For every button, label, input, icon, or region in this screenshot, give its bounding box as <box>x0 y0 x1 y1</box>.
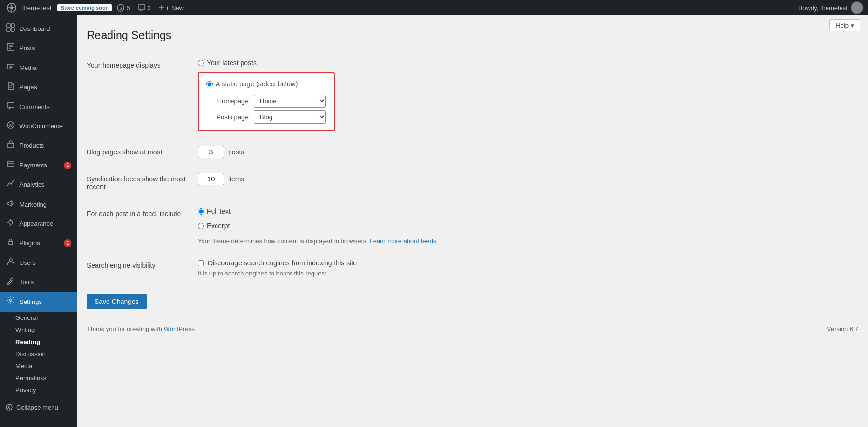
sidebar-item-tools[interactable]: Tools <box>0 273 77 292</box>
submenu-media[interactable]: Media <box>0 360 77 372</box>
sidebar-item-appearance[interactable]: Appearance <box>0 214 77 234</box>
admin-bar: theme test Store coming soon 6 6 0 + New… <box>0 0 868 15</box>
admin-menu: Dashboard Posts Media <box>0 15 77 427</box>
svg-point-39 <box>10 299 12 302</box>
sidebar-label-dashboard: Dashboard <box>19 25 71 33</box>
blog-pages-field: 3 posts <box>193 138 858 165</box>
sidebar-item-marketing[interactable]: Marketing <box>0 195 77 214</box>
feed-help-text: Your theme determines how content is dis… <box>198 237 854 245</box>
search-visibility-label: Search engine visibility <box>87 252 193 284</box>
svg-rect-11 <box>11 28 14 31</box>
homepage-displays-label: Your homepage displays <box>87 52 193 138</box>
posts-page-label: Posts page: <box>206 113 250 121</box>
updates-btn[interactable]: 6 6 <box>114 4 133 12</box>
bar-right: Howdy, themetest <box>798 1 863 14</box>
sidebar-label-marketing: Marketing <box>19 200 71 209</box>
help-button[interactable]: Help ▾ <box>829 19 860 31</box>
sidebar-item-payments[interactable]: Payments 1 <box>0 156 77 175</box>
submenu-writing[interactable]: Writing <box>0 324 77 336</box>
sidebar-item-settings[interactable]: Settings <box>0 292 77 311</box>
howdy-text[interactable]: Howdy, themetest <box>798 1 863 14</box>
appearance-icon <box>6 218 15 230</box>
syndication-label: Syndication feeds show the most recent <box>87 165 193 200</box>
syndication-row: Syndication feeds show the most recent 1… <box>87 165 858 200</box>
submenu-discussion[interactable]: Discussion <box>0 348 77 360</box>
sidebar-item-dashboard[interactable]: Dashboard <box>0 19 77 39</box>
sidebar-item-posts[interactable]: Posts <box>0 39 77 58</box>
svg-rect-33 <box>9 241 13 245</box>
sidebar-item-media[interactable]: Media <box>0 58 77 78</box>
feed-include-options: Full text Excerpt <box>198 207 854 234</box>
submenu-reading[interactable]: Reading <box>0 336 77 348</box>
settings-submenu: General Writing Reading Discussion Media… <box>0 312 77 396</box>
full-text-radio[interactable] <box>198 208 204 215</box>
blog-public-checkbox[interactable] <box>198 260 204 266</box>
reading-settings-form: Your homepage displays Your latest posts <box>87 52 858 309</box>
sidebar-label-plugins: Plugins <box>19 239 60 248</box>
sidebar-item-comments[interactable]: Comments <box>0 97 77 117</box>
posts-per-rss-input[interactable]: 10 <box>198 173 224 185</box>
blog-pages-row: Blog pages show at most 3 posts <box>87 138 858 165</box>
sidebar-item-plugins[interactable]: Plugins 1 <box>0 234 77 253</box>
excerpt-option: Excerpt <box>198 222 854 230</box>
bar-left: theme test Store coming soon 6 6 0 + New <box>5 1 798 14</box>
submenu-general[interactable]: General <box>0 312 77 324</box>
sidebar-label-products: Products <box>19 141 71 150</box>
static-page-link[interactable]: static page <box>221 80 254 88</box>
items-suffix: items <box>228 175 244 183</box>
collapse-menu-btn[interactable]: Collapse menu <box>0 400 77 415</box>
full-text-option: Full text <box>198 207 854 215</box>
payments-badge: 1 <box>64 162 71 169</box>
sidebar-item-analytics[interactable]: Analytics <box>0 175 77 194</box>
submenu-privacy[interactable]: Privacy <box>0 384 77 396</box>
posts-page-select[interactable]: Blog Home Sample Page <box>254 110 326 124</box>
excerpt-radio[interactable] <box>198 223 204 229</box>
avatar <box>851 1 863 14</box>
posts-suffix: posts <box>228 148 244 156</box>
footer-version: Version 6.7 <box>827 325 858 332</box>
page-title: Reading Settings <box>87 29 858 42</box>
syndication-field: 10 items <box>193 165 858 200</box>
wordpress-link[interactable]: WordPress <box>164 325 195 332</box>
sidebar-item-products[interactable]: Products <box>0 136 77 155</box>
analytics-icon <box>6 179 15 191</box>
homepage-displays-field: Your latest posts A static page (select … <box>193 52 858 138</box>
plugins-badge: 1 <box>64 239 71 247</box>
plugins-icon <box>6 237 15 249</box>
posts-per-page-input[interactable]: 3 <box>198 146 224 158</box>
sidebar-label-posts: Posts <box>19 44 71 53</box>
submenu-permalinks[interactable]: Permalinks <box>0 372 77 384</box>
search-visibility-field: Discourage search engines from indexing … <box>193 252 858 284</box>
excerpt-label[interactable]: Excerpt <box>207 222 230 230</box>
search-visibility-checkbox-label[interactable]: Discourage search engines from indexing … <box>208 259 357 267</box>
comments-btn[interactable]: 0 <box>135 4 154 12</box>
site-name[interactable]: theme test <box>22 4 52 12</box>
sidebar-item-users[interactable]: Users <box>0 253 77 273</box>
svg-point-28 <box>9 220 13 224</box>
new-btn[interactable]: + New <box>156 4 187 12</box>
sidebar-label-tools: Tools <box>19 278 71 287</box>
full-text-label[interactable]: Full text <box>207 207 231 215</box>
sidebar-item-pages[interactable]: Pages <box>0 78 77 97</box>
svg-text:W: W <box>9 123 13 128</box>
save-changes-button[interactable]: Save Changes <box>87 294 147 309</box>
search-visibility-checkbox-row: Discourage search engines from indexing … <box>198 259 854 267</box>
feed-include-field: Full text Excerpt Your theme determines … <box>193 200 858 252</box>
svg-point-38 <box>9 259 12 262</box>
sidebar-item-woocommerce[interactable]: W WooCommerce <box>0 117 77 136</box>
latest-posts-label[interactable]: Your latest posts <box>207 59 257 67</box>
svg-point-40 <box>6 404 12 410</box>
sidebar-label-settings: Settings <box>19 298 71 306</box>
homepage-select[interactable]: Home Blog Sample Page <box>254 95 326 108</box>
posts-page-select-row: Posts page: Blog Home Sample Page <box>206 110 326 124</box>
static-page-box: A static page (select below) Homepage: H… <box>198 72 335 131</box>
learn-more-link[interactable]: Learn more about feeds <box>370 237 436 245</box>
sidebar-label-woocommerce: WooCommerce <box>19 122 71 131</box>
wp-logo-icon[interactable] <box>5 1 18 14</box>
sidebar-label-analytics: Analytics <box>19 180 71 189</box>
syndication-input-row: 10 items <box>198 173 854 185</box>
store-badge[interactable]: Store coming soon <box>57 4 112 11</box>
latest-posts-radio[interactable] <box>198 60 204 66</box>
homepage-label: Homepage: <box>206 97 250 105</box>
static-page-radio[interactable] <box>206 81 213 87</box>
